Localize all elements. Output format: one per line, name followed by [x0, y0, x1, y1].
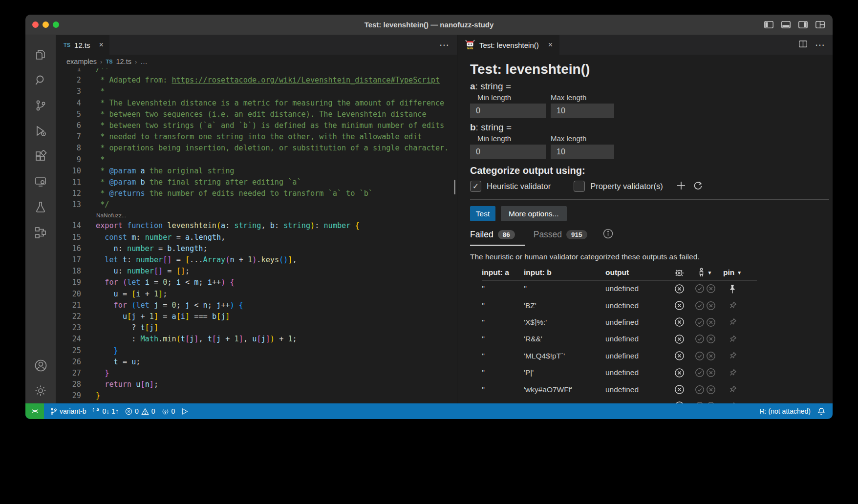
pin-toggle[interactable] — [720, 284, 745, 294]
pin-toggle[interactable] — [720, 401, 745, 403]
code-line[interactable]: 12 * @returns the number of edits needed… — [56, 188, 457, 199]
close-tab-icon[interactable]: × — [99, 41, 104, 49]
code-line[interactable]: 15 const m: number = a.length, — [56, 232, 457, 243]
breadcrumb-symbol[interactable]: … — [140, 58, 148, 65]
branch-indicator[interactable]: variant-b — [50, 407, 86, 415]
table-row[interactable]: '' '' undefined — [470, 280, 833, 297]
code-line[interactable]: 17 let t: number[] = [...Array(n + 1).ke… — [56, 254, 457, 266]
attach-status[interactable]: R: (not attached) — [760, 407, 811, 415]
validator-checkbox-option[interactable]: ✓ Heuristic validator — [470, 181, 551, 192]
code-line[interactable]: 23 ? t[j] — [56, 322, 457, 334]
checkbox[interactable]: ✓ — [574, 181, 585, 192]
minimize-window-button[interactable] — [43, 21, 49, 28]
panel-more-actions-icon[interactable]: ⋯ — [815, 39, 825, 51]
code-editor[interactable]: 1 /** 2 * Adapted from: https://rosettac… — [56, 68, 457, 403]
close-panel-tab-icon[interactable]: × — [548, 41, 553, 49]
header-input-b[interactable]: input: b — [524, 268, 605, 277]
code-line[interactable]: 6 * between two strings (`a` and `b`) is… — [56, 120, 457, 131]
code-line[interactable]: 13 */ — [56, 199, 457, 210]
pin-toggle[interactable] — [720, 385, 745, 394]
header-input-a[interactable]: input: a — [470, 268, 524, 277]
more-options-button[interactable]: More options... — [501, 206, 567, 221]
human-validate-buttons[interactable] — [690, 334, 720, 344]
search-icon[interactable] — [29, 67, 52, 93]
pin-toggle[interactable] — [720, 368, 745, 378]
bug-x-icon[interactable] — [668, 267, 690, 278]
human-validate-buttons[interactable] — [690, 385, 720, 395]
toggle-panel-icon[interactable] — [781, 21, 791, 28]
ports-indicator[interactable]: 0 — [162, 407, 175, 415]
tab-test-levenshtein[interactable]: NAN Test: levenshtein() × — [457, 35, 559, 55]
code-line[interactable]: 27 } — [56, 368, 457, 379]
sync-changes[interactable]: 0↓ 1↑ — [92, 407, 118, 415]
source-control-icon[interactable] — [29, 93, 52, 118]
person-sort-header[interactable]: ▼ — [690, 268, 720, 277]
tab-passed[interactable]: Passed 915 — [534, 230, 587, 240]
test-button[interactable]: Test — [470, 206, 495, 221]
min-length-input[interactable] — [470, 104, 546, 118]
code-line[interactable]: 5 * between two sequences (i.e. an edit … — [56, 109, 457, 120]
pin-toggle[interactable] — [720, 317, 745, 327]
table-row[interactable]: '' 'BZ' undefined — [470, 297, 833, 314]
editor-scrollbar[interactable] — [454, 180, 455, 194]
remote-explorer-icon[interactable] — [29, 169, 52, 194]
code-line[interactable]: 11 * @param b the final string after edi… — [56, 177, 457, 188]
table-row[interactable]: '' 'P|' undefined — [470, 364, 833, 381]
refresh-validators-icon[interactable] — [693, 181, 703, 192]
info-icon[interactable] — [603, 229, 613, 241]
zoom-window-button[interactable] — [53, 21, 59, 28]
code-line[interactable]: 4 * The Levenshtein distance is a metric… — [56, 98, 457, 109]
accounts-icon[interactable] — [29, 353, 52, 378]
code-line[interactable]: 16 n: number = b.length; — [56, 243, 457, 254]
table-row[interactable]: '' 'wky#aO7WFf' undefined — [470, 381, 833, 398]
code-line[interactable]: 14 export function levenshtein(a: string… — [56, 220, 457, 231]
notifications-bell-icon[interactable] — [817, 407, 825, 416]
validator-checkbox-option[interactable]: ✓ Property validator(s) — [574, 181, 663, 192]
editor-more-actions-icon[interactable]: ⋯ — [439, 35, 457, 55]
extensions-icon[interactable] — [29, 144, 52, 169]
code-line[interactable]: 10 * @param a the original string — [56, 166, 457, 177]
table-row[interactable]: '' 'R&&' undefined — [470, 331, 833, 347]
code-line[interactable]: 20 u = [i + 1]; — [56, 289, 457, 300]
code-line[interactable]: 24 : Math.min(t[j], t[j + 1], u[j]) + 1; — [56, 334, 457, 345]
max-length-input[interactable] — [551, 104, 614, 118]
header-pin[interactable]: pin▼ — [720, 268, 745, 277]
table-row[interactable]: '' 'X$]%:' undefined — [470, 314, 833, 331]
tab-12ts[interactable]: TS 12.ts × — [56, 35, 109, 55]
human-validate-buttons[interactable] — [690, 368, 720, 378]
human-validate-buttons[interactable] — [690, 317, 720, 327]
code-line[interactable]: 18 u: number[] = []; — [56, 266, 457, 277]
remote-indicator[interactable]: >< — [25, 403, 44, 419]
toggle-primary-sidebar-icon[interactable] — [764, 21, 773, 28]
customize-layout-icon[interactable] — [815, 21, 825, 28]
problems-indicator[interactable]: 0 0 — [125, 407, 155, 415]
min-length-input[interactable] — [470, 145, 546, 159]
explorer-icon[interactable] — [29, 42, 52, 67]
add-validator-icon[interactable] — [677, 181, 686, 192]
references-icon[interactable] — [29, 220, 52, 245]
close-window-button[interactable] — [32, 21, 39, 28]
code-line[interactable]: 25 } — [56, 345, 457, 357]
pin-toggle[interactable] — [720, 301, 745, 310]
code-line[interactable]: 9 * — [56, 154, 457, 166]
breadcrumb-file[interactable]: 12.ts — [116, 58, 131, 65]
code-line[interactable]: 19 for (let i = 0; i < m; i++) { — [56, 277, 457, 288]
code-line[interactable]: 21 for (let j = 0; j < n; j++) { — [56, 300, 457, 311]
human-validate-buttons[interactable] — [690, 351, 720, 361]
pin-toggle[interactable] — [720, 351, 745, 360]
run-and-debug-icon[interactable] — [29, 118, 52, 144]
max-length-input[interactable] — [551, 145, 614, 159]
code-line[interactable]: 22 u[j + 1] = a[i] === b[j] — [56, 311, 457, 322]
code-line[interactable]: 26 t = u; — [56, 357, 457, 368]
code-line[interactable]: 3 * — [56, 86, 457, 97]
breadcrumb-folder[interactable]: examples — [66, 58, 97, 65]
human-validate-buttons[interactable] — [690, 301, 720, 311]
split-editor-icon[interactable] — [799, 41, 807, 49]
table-row[interactable]: '' 'J0i-"KTg' undefined — [470, 398, 833, 403]
pin-toggle[interactable] — [720, 335, 745, 344]
code-line[interactable]: NaNofuzz... — [56, 210, 457, 220]
code-line[interactable]: 1 /** — [56, 68, 457, 75]
code-line[interactable]: 29 } — [56, 390, 457, 401]
code-line[interactable]: 2 * Adapted from: https://rosettacode.or… — [56, 75, 457, 86]
table-row[interactable]: '' 'MLQ4$!pT`' undefined — [470, 348, 833, 364]
